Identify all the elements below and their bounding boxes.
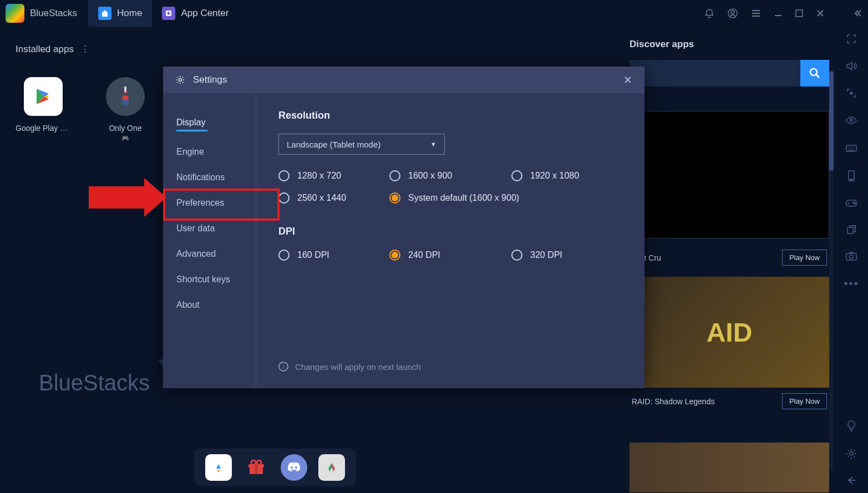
- titlebar: BlueStacks Home App Center: [0, 0, 868, 27]
- radio-160dpi[interactable]: 160 DPI: [278, 250, 389, 261]
- svg-point-14: [257, 460, 261, 465]
- only-one-icon: [106, 77, 145, 116]
- dock-discord-icon[interactable]: [281, 454, 307, 481]
- keyboard-icon[interactable]: [845, 142, 857, 154]
- svg-point-16: [295, 466, 297, 469]
- app-label: Only One: [98, 124, 153, 133]
- settings-title: Settings: [193, 74, 227, 85]
- nav-item-about[interactable]: About: [176, 292, 256, 318]
- scrollbar-thumb[interactable]: [829, 71, 834, 171]
- app-tile-only-one[interactable]: Only One 🎮: [98, 77, 153, 142]
- location-toggle-icon[interactable]: [846, 88, 857, 99]
- app-tile-play-store[interactable]: Google Play Store: [16, 77, 71, 142]
- radio-label: 320 DPI: [530, 250, 562, 260]
- account-icon[interactable]: [727, 8, 738, 19]
- info-icon: i: [278, 362, 288, 372]
- nav-item-preferences[interactable]: Preferences: [176, 190, 256, 216]
- fullscreen-icon[interactable]: [846, 33, 857, 44]
- tab-app-center-label: App Center: [181, 8, 229, 19]
- bell-icon[interactable]: [704, 8, 715, 19]
- app-label: Google Play Store: [16, 124, 71, 133]
- close-settings-icon[interactable]: [623, 75, 632, 84]
- svg-rect-26: [847, 227, 853, 233]
- promo-title-2: RAID: Shadow Legends: [632, 397, 714, 406]
- radio-2560x1440[interactable]: 2560 x 1440: [278, 192, 389, 204]
- radio-1600x900[interactable]: 1600 x 900: [389, 170, 511, 181]
- promo-card-1[interactable]: [630, 111, 829, 238]
- play-now-button-1[interactable]: Play Now: [782, 250, 827, 266]
- radio-1280x720[interactable]: 1280 x 720: [278, 170, 389, 181]
- radio-1920x1080[interactable]: 1920 x 1080: [511, 170, 622, 181]
- volume-icon[interactable]: [845, 60, 857, 72]
- search-button[interactable]: [800, 60, 829, 87]
- eye-icon[interactable]: [845, 114, 857, 126]
- nav-item-advanced[interactable]: Advanced: [176, 241, 256, 267]
- back-icon[interactable]: [846, 475, 857, 485]
- radio-system-default[interactable]: System default (1600 x 900): [389, 192, 622, 204]
- play-store-icon: [24, 77, 63, 116]
- nav-item-shortcut-keys[interactable]: Shortcut keys: [176, 267, 256, 292]
- radio-icon: [511, 170, 522, 181]
- radio-label: 240 DPI: [408, 250, 440, 260]
- nav-item-notifications[interactable]: Notifications: [176, 165, 256, 190]
- svg-point-17: [810, 69, 817, 75]
- hamburger-icon[interactable]: [750, 8, 762, 19]
- svg-point-19: [850, 119, 853, 122]
- nav-item-display[interactable]: Display: [176, 110, 256, 139]
- more-dots-icon[interactable]: ⋮: [80, 43, 90, 55]
- promo-card-2[interactable]: AID: [630, 277, 829, 388]
- svg-point-24: [853, 202, 854, 203]
- discover-scrollbar[interactable]: [829, 71, 834, 470]
- nav-item-engine[interactable]: Engine: [176, 139, 256, 165]
- copy-icon[interactable]: [846, 224, 857, 235]
- nav-underline: [176, 130, 207, 131]
- bulb-icon[interactable]: [846, 420, 857, 432]
- promo-card-3[interactable]: [630, 443, 829, 492]
- discover-header: Discover apps: [630, 39, 829, 50]
- radio-320dpi[interactable]: 320 DPI: [511, 250, 622, 261]
- svg-point-25: [854, 203, 855, 204]
- camera-icon[interactable]: [845, 251, 857, 262]
- search-input[interactable]: [630, 60, 800, 87]
- svg-point-18: [850, 92, 852, 94]
- nav-item-user-data[interactable]: User data: [176, 216, 256, 241]
- svg-point-15: [291, 466, 293, 469]
- radio-label: 1600 x 900: [408, 171, 452, 181]
- dock-gift-icon[interactable]: [243, 454, 270, 481]
- more-dots-icon[interactable]: •••: [844, 277, 859, 290]
- dock-more-icon[interactable]: [318, 454, 345, 481]
- tab-home-label: Home: [117, 8, 142, 19]
- minimize-icon[interactable]: [774, 9, 783, 18]
- radio-icon: [511, 250, 522, 261]
- settings-gear-icon[interactable]: [845, 448, 857, 460]
- close-icon[interactable]: [816, 9, 825, 18]
- collapse-sidebar-icon[interactable]: [852, 8, 862, 18]
- dpi-title: DPI: [278, 226, 622, 237]
- window-controls: [704, 8, 862, 19]
- svg-rect-3: [796, 10, 803, 17]
- dock-bluestacks-icon[interactable]: [205, 454, 232, 481]
- dropdown-value: Landscape (Tablet mode): [287, 140, 380, 149]
- radio-icon: [278, 250, 290, 261]
- caret-down-icon: ▼: [430, 141, 436, 148]
- settings-content: Resolution Landscape (Tablet mode) ▼ 128…: [256, 93, 644, 388]
- display-mode-dropdown[interactable]: Landscape (Tablet mode) ▼: [278, 134, 445, 155]
- radio-label: 2560 x 1440: [297, 193, 346, 203]
- play-now-button-2[interactable]: Play Now: [782, 393, 827, 409]
- svg-rect-5: [123, 92, 128, 93]
- radio-240dpi[interactable]: 240 DPI: [389, 250, 511, 261]
- maximize-icon[interactable]: [795, 9, 804, 18]
- tab-home[interactable]: Home: [88, 0, 152, 27]
- nav-label: Display: [176, 118, 205, 127]
- settings-nav: Display Engine Notifications Preferences…: [163, 93, 256, 388]
- svg-rect-7: [122, 100, 129, 105]
- bluestacks-logo-icon: [6, 4, 24, 23]
- radio-icon-selected: [389, 192, 400, 204]
- gamepad-icon[interactable]: [845, 197, 858, 209]
- tab-app-center[interactable]: App Center: [152, 0, 238, 27]
- info-note: i Changes will apply on next launch: [278, 362, 421, 372]
- settings-body: Display Engine Notifications Preferences…: [163, 93, 644, 388]
- radio-label: System default (1600 x 900): [408, 193, 519, 203]
- svg-point-28: [850, 255, 854, 259]
- device-icon[interactable]: [846, 170, 856, 182]
